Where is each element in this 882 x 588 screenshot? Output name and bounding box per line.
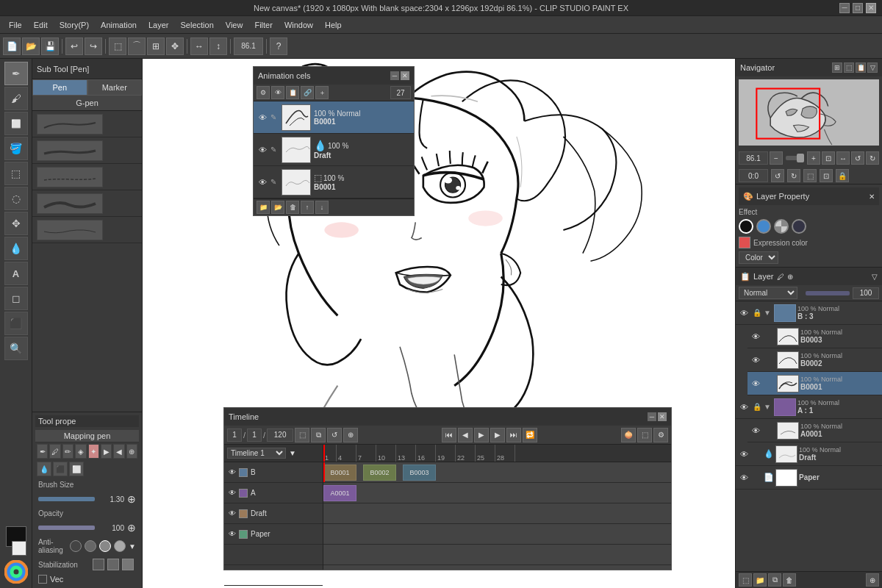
layer-b0001[interactable]: 👁 100 % Normal B0001 [747, 372, 882, 395]
anim-cel-active[interactable]: 👁 ✎ 100 % Normal B0001 [254, 101, 414, 134]
aa-strong[interactable] [114, 540, 126, 552]
help-btn[interactable]: ? [270, 37, 287, 55]
tool-eyedropper[interactable]: 💧 [4, 237, 28, 260]
tool-3d[interactable]: ⬛ [4, 312, 28, 335]
tl-next-frame-btn[interactable]: ▶ [490, 428, 505, 442]
anim-cel-vis[interactable]: 👁 [257, 112, 268, 123]
sub-icon-2[interactable]: 🖊 [49, 444, 60, 459]
move-btn[interactable]: ✥ [166, 37, 184, 55]
effect-dark-circle[interactable] [792, 219, 806, 234]
sub-icon-11[interactable]: ⬜ [69, 462, 84, 476]
flip-h-btn[interactable]: ↔ [190, 37, 208, 55]
tl-timeline-select[interactable]: Timeline 1 [227, 448, 286, 459]
layer-draft[interactable]: 👁 💧 100 % Normal Draft [736, 442, 882, 466]
tool-fill[interactable]: 🪣 [4, 137, 28, 160]
opacity-input[interactable] [853, 287, 879, 299]
nav-coord-btn-5[interactable]: 🔒 [836, 169, 849, 182]
anim-up-btn[interactable]: ↑ [301, 201, 314, 214]
opacity-slider[interactable] [38, 526, 95, 530]
anim-add-btn[interactable]: 📁 [257, 201, 270, 214]
brush-item[interactable] [32, 190, 142, 217]
tl-eye-b[interactable]: 👁 [227, 467, 237, 478]
stab-3[interactable] [122, 559, 134, 570]
layer-vis-a[interactable]: 👁 [737, 401, 750, 414]
brush-item[interactable] [32, 164, 142, 190]
tl-total-frames[interactable] [267, 429, 293, 442]
brush-size-stepper[interactable]: ⊕ [127, 493, 136, 505]
layer-a0001[interactable]: 👁 100 % Normal A0001 [747, 419, 882, 442]
layer-vis-draft[interactable]: 👁 [737, 448, 750, 461]
tool-pen[interactable]: ✒ [4, 62, 28, 85]
menu-story[interactable]: Story(P) [54, 19, 95, 31]
tl-eye-a[interactable]: 👁 [227, 488, 237, 498]
opacity-stepper[interactable]: ⊕ [127, 522, 136, 534]
tl-cel-a0001[interactable]: A0001 [323, 485, 356, 501]
nav-fit-btn[interactable]: ⊡ [822, 151, 835, 165]
anim-link-btn[interactable]: 🔗 [301, 86, 314, 99]
layer-vis-b0003[interactable]: 👁 [749, 330, 762, 343]
color-wheel-btn[interactable] [4, 560, 28, 585]
tl-frames[interactable]: 1 4 7 10 13 16 19 22 25 28 B0001 [323, 445, 671, 570]
tl-next-btn[interactable]: ⏭ [506, 428, 521, 442]
nav-coord-x[interactable] [739, 169, 768, 182]
anim-cel-b0001[interactable]: 👁 ✎ ⬚ 100 % B0001 [254, 166, 414, 198]
sub-icon-9[interactable]: 💧 [37, 462, 51, 476]
undo-btn[interactable]: ↩ [65, 37, 83, 55]
layer-b0003[interactable]: 👁 100 % Normal B0003 [747, 325, 882, 348]
brush-size-slider[interactable] [38, 497, 95, 501]
layer-vis-b[interactable]: 👁 [737, 306, 750, 320]
menu-filter[interactable]: Filter [248, 19, 278, 31]
tool-move[interactable]: ✥ [4, 212, 28, 235]
minimize-btn[interactable]: ─ [839, 3, 850, 13]
nav-slider-thumb[interactable] [797, 154, 804, 162]
save-btn[interactable]: 💾 [41, 37, 59, 55]
menu-help[interactable]: Help [319, 19, 348, 31]
menu-selection[interactable]: Selection [175, 19, 220, 31]
blend-mode-select[interactable]: Normal [739, 287, 797, 299]
background-color[interactable] [12, 541, 26, 556]
brush-item[interactable] [32, 217, 142, 243]
tool-lasso[interactable]: ◌ [4, 187, 28, 210]
nav-icon-3[interactable]: 📋 [856, 62, 866, 73]
sub-icon-6[interactable]: ▶ [101, 444, 112, 459]
maximize-btn[interactable]: □ [853, 3, 863, 13]
nav-zoom-out[interactable]: − [770, 151, 783, 165]
tl-onion2-btn[interactable]: ⬚ [637, 428, 652, 442]
anim-panel-minimize[interactable]: ─ [390, 71, 399, 80]
tl-prev-btn[interactable]: ⏮ [442, 428, 456, 442]
tl-settings-btn[interactable]: ⚙ [653, 428, 668, 442]
tab-marker[interactable]: Marker [87, 79, 143, 96]
tl-dropdown-arrow[interactable]: ▼ [289, 449, 296, 457]
redo-btn[interactable]: ↪ [85, 37, 102, 55]
aa-dropdown[interactable]: ▼ [129, 542, 136, 551]
anim-folder-btn[interactable]: 📂 [271, 201, 284, 214]
tool-grad[interactable]: ◻ [4, 287, 28, 310]
tool-zoom[interactable]: 🔍 [4, 337, 28, 360]
layer-group-a[interactable]: 👁 🔒 ▼ 100 % Normal A : 1 [736, 395, 882, 419]
tl-new-cel-btn[interactable]: ⬚ [295, 428, 309, 442]
tl-play-btn[interactable]: ▶ [474, 428, 489, 442]
tl-cel-b0003[interactable]: B0003 [403, 465, 436, 481]
nav-zoom-input[interactable] [739, 151, 768, 165]
layer-copy-btn[interactable]: ⧉ [768, 573, 781, 587]
lp-close[interactable]: ✕ [869, 193, 875, 201]
nav-flip-btn[interactable]: ↔ [836, 151, 850, 165]
anim-down-btn[interactable]: ↓ [315, 201, 329, 214]
anim-frame-input[interactable] [390, 86, 411, 99]
open-btn[interactable]: 📂 [22, 37, 40, 55]
timeline-close[interactable]: ✕ [658, 412, 667, 421]
anim-settings-btn[interactable]: ⚙ [257, 86, 270, 99]
brush-item[interactable] [32, 137, 142, 164]
aa-medium[interactable] [99, 540, 111, 552]
nav-icon-1[interactable]: ⊞ [832, 62, 842, 73]
anim-view-btn[interactable]: 👁 [271, 86, 284, 99]
anim-icon-btn[interactable]: 📋 [286, 86, 299, 99]
tl-copy-btn[interactable]: ⧉ [311, 428, 326, 442]
nav-coord-btn-2[interactable]: ↻ [787, 169, 800, 182]
menu-layer[interactable]: Layer [143, 19, 175, 31]
nav-coord-btn-3[interactable]: ⬚ [803, 169, 817, 182]
tl-frame-input[interactable] [227, 429, 242, 442]
layer-vis-a0001[interactable]: 👁 [749, 424, 762, 437]
timeline-header[interactable]: Timeline ─ ✕ [224, 408, 671, 426]
sub-icon-3[interactable]: ✏ [62, 444, 74, 459]
